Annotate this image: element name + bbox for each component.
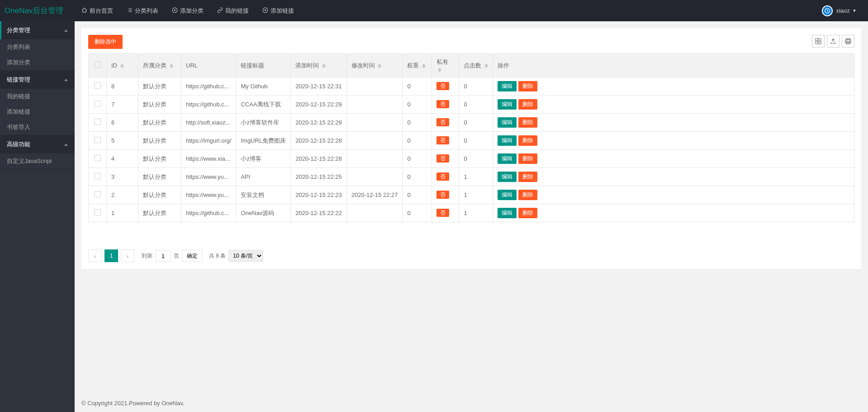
- cell-url: https://github.c...: [181, 96, 236, 114]
- edit-button[interactable]: 编辑: [498, 172, 517, 182]
- delete-button[interactable]: 删除: [518, 153, 537, 164]
- sort-icon[interactable]: [378, 64, 381, 68]
- chevron-up-icon: [64, 79, 68, 81]
- cell-clicks: 0: [459, 114, 493, 132]
- cell-category: 默认分类: [138, 150, 181, 168]
- cell-id: 7: [107, 96, 138, 114]
- row-checkbox[interactable]: [95, 155, 101, 161]
- export-icon[interactable]: [827, 35, 840, 48]
- side-item-1-0[interactable]: 我的链接: [0, 89, 75, 104]
- row-checkbox[interactable]: [95, 209, 101, 216]
- goto-page-input[interactable]: [155, 250, 171, 262]
- home-icon: [81, 7, 87, 14]
- delete-button[interactable]: 删除: [518, 208, 537, 218]
- cell-id: 5: [107, 132, 138, 150]
- per-page-select[interactable]: 10 条/页: [228, 250, 263, 262]
- page-1[interactable]: 1: [104, 249, 118, 262]
- edit-button[interactable]: 编辑: [498, 99, 517, 110]
- cell-private: 否: [432, 114, 459, 132]
- edit-button[interactable]: 编辑: [498, 153, 517, 164]
- nav-3[interactable]: 我的链接: [210, 0, 256, 21]
- row-checkbox[interactable]: [95, 191, 101, 197]
- edit-button[interactable]: 编辑: [498, 135, 517, 146]
- nav-0[interactable]: 前台首页: [75, 0, 120, 21]
- cell-title: CCAA离线下载: [236, 96, 291, 114]
- columns-icon[interactable]: [812, 35, 825, 48]
- cell-private: 否: [432, 150, 459, 168]
- row-checkbox[interactable]: [95, 82, 101, 89]
- delete-button[interactable]: 删除: [518, 172, 537, 182]
- side-item-1-1[interactable]: 添加链接: [0, 104, 75, 120]
- sort-icon[interactable]: [422, 64, 426, 68]
- table-row: 8 默认分类 https://github.c... My Github 202…: [89, 77, 854, 96]
- plus-circle-icon: [172, 7, 178, 14]
- cell-category: 默认分类: [138, 114, 181, 132]
- th-addtime[interactable]: 添加时间: [291, 54, 347, 77]
- edit-button[interactable]: 编辑: [498, 190, 517, 200]
- cell-clicks: 1: [459, 204, 493, 222]
- row-checkbox[interactable]: [95, 101, 101, 107]
- nav-2[interactable]: 添加分类: [165, 0, 210, 21]
- side-item-1-2[interactable]: 书签导入: [0, 120, 75, 135]
- print-icon[interactable]: [842, 35, 854, 48]
- delete-button[interactable]: 删除: [518, 135, 537, 146]
- side-item-0-0[interactable]: 分类列表: [0, 39, 75, 55]
- app-logo[interactable]: OneNav后台管理: [0, 5, 75, 16]
- sort-icon[interactable]: [170, 64, 173, 68]
- delete-button[interactable]: 删除: [518, 81, 537, 91]
- edit-button[interactable]: 编辑: [498, 81, 517, 91]
- next-page-button[interactable]: ›: [121, 249, 134, 262]
- th-clicks[interactable]: 点击数: [459, 54, 493, 77]
- delete-button[interactable]: 删除: [518, 190, 537, 200]
- cell-action: 编辑删除: [493, 114, 854, 132]
- cell-clicks: 0: [459, 132, 493, 150]
- toolbar: 删除选中: [88, 35, 854, 49]
- th-modtime[interactable]: 修改时间: [346, 54, 403, 77]
- row-checkbox[interactable]: [95, 173, 101, 179]
- select-all-checkbox[interactable]: [95, 62, 101, 68]
- private-no-tag: 否: [436, 172, 449, 181]
- row-checkbox[interactable]: [95, 137, 101, 143]
- pagination: ‹ 1 › 到第 页 确定 共 8 条 10 条/页: [88, 249, 854, 262]
- avatar-icon: [822, 5, 833, 16]
- edit-button[interactable]: 编辑: [498, 117, 517, 128]
- private-no-tag: 否: [436, 118, 449, 126]
- row-checkbox[interactable]: [95, 119, 101, 125]
- cell-clicks: 0: [459, 96, 493, 114]
- side-group-1[interactable]: 链接管理: [0, 71, 75, 89]
- chevron-up-icon: [64, 29, 68, 32]
- side-item-0-1[interactable]: 添加分类: [0, 55, 75, 70]
- edit-button[interactable]: 编辑: [498, 208, 517, 218]
- cell-url: http://soft.xiaoz...: [181, 114, 236, 132]
- cell-clicks: 1: [459, 168, 493, 186]
- prev-page-button[interactable]: ‹: [88, 249, 102, 262]
- sort-icon[interactable]: [322, 64, 326, 68]
- cell-clicks: 0: [459, 150, 493, 168]
- side-group-2[interactable]: 高级功能: [0, 135, 75, 153]
- side-group-0[interactable]: 分类管理: [0, 21, 75, 39]
- th-private[interactable]: 私有: [432, 54, 459, 77]
- cell-addtime: 2020-12-15 22:28: [291, 132, 347, 150]
- th-weight[interactable]: 权重: [403, 54, 432, 77]
- delete-selected-button[interactable]: 删除选中: [88, 35, 123, 49]
- nav-4[interactable]: 添加链接: [256, 0, 301, 21]
- sort-icon[interactable]: [438, 68, 441, 72]
- cell-action: 编辑删除: [493, 132, 854, 150]
- th-category[interactable]: 所属分类: [138, 54, 181, 77]
- nav-1[interactable]: 分类列表: [120, 0, 165, 21]
- sort-icon[interactable]: [120, 64, 124, 68]
- delete-button[interactable]: 删除: [518, 99, 537, 110]
- user-menu[interactable]: xiaoz ▼: [817, 5, 861, 16]
- cell-category: 默认分类: [138, 77, 181, 96]
- goto-confirm-button[interactable]: 确定: [182, 250, 203, 262]
- cell-modtime: [346, 77, 403, 96]
- cell-addtime: 2020-12-15 22:31: [291, 77, 347, 96]
- side-item-2-0[interactable]: 自定义JavaScript: [0, 153, 75, 169]
- cell-category: 默认分类: [138, 132, 181, 150]
- cell-id: 6: [107, 114, 138, 132]
- th-title: 链接标题: [236, 54, 291, 77]
- delete-button[interactable]: 删除: [518, 117, 537, 128]
- th-id[interactable]: ID: [107, 54, 138, 77]
- cell-weight: 0: [403, 186, 432, 204]
- sort-icon[interactable]: [484, 64, 488, 68]
